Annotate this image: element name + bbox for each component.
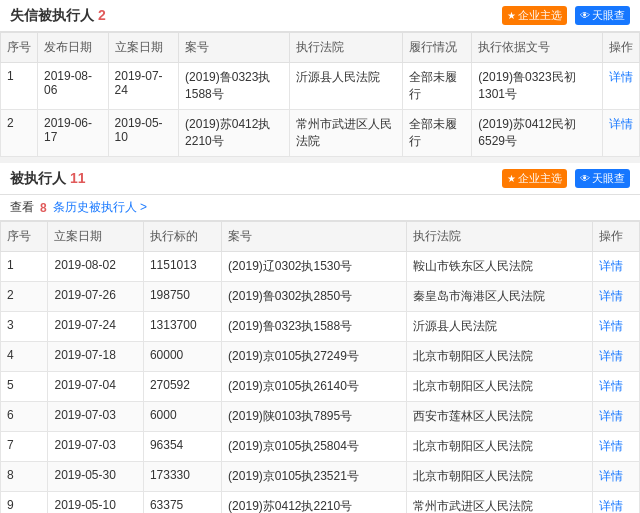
cell-case-no: (2019)辽0302执1530号: [222, 252, 406, 282]
cell-seq: 8: [1, 462, 48, 492]
cell-filing-date: 2019-08-02: [48, 252, 143, 282]
cell-court: 北京市朝阳区人民法院: [406, 372, 592, 402]
cell-court: 北京市朝阳区人民法院: [406, 342, 592, 372]
cell-amount: 270592: [143, 372, 221, 402]
cell-publish-date: 2019-08-06: [38, 63, 109, 110]
detail-link[interactable]: 详情: [599, 349, 623, 363]
qiye-badge-2[interactable]: ★ 企业主选: [502, 169, 567, 188]
detail-link[interactable]: 详情: [599, 259, 623, 273]
cell-ref-no: (2019)苏0412民初6529号: [472, 110, 603, 157]
col-status: 履行情况: [402, 33, 472, 63]
cell-action[interactable]: 详情: [602, 63, 639, 110]
col-filing-date-2: 立案日期: [48, 222, 143, 252]
table-row: 8 2019-05-30 173330 (2019)京0105执23521号 北…: [1, 462, 640, 492]
cell-action[interactable]: 详情: [592, 492, 640, 514]
cell-action[interactable]: 详情: [592, 252, 640, 282]
cell-case-no: (2019)京0105执27249号: [222, 342, 406, 372]
table-row: 2 2019-06-17 2019-05-10 (2019)苏0412执2210…: [1, 110, 640, 157]
detail-link[interactable]: 详情: [609, 70, 633, 84]
table-row: 6 2019-07-03 6000 (2019)陕0103执7895号 西安市莲…: [1, 402, 640, 432]
shixin-section: 失信被执行人2 ★ 企业主选 👁 天眼查 序号 发布日期 立案日期 案号 执行法…: [0, 0, 640, 157]
cell-filing-date: 2019-05-10: [48, 492, 143, 514]
shixin-table: 序号 发布日期 立案日期 案号 执行法院 履行情况 执行依据文号 操作 1 20…: [0, 32, 640, 157]
history-link[interactable]: 条历史被执行人 >: [53, 199, 147, 216]
cell-amount: 198750: [143, 282, 221, 312]
shixin-table-wrapper: 序号 发布日期 立案日期 案号 执行法院 履行情况 执行依据文号 操作 1 20…: [0, 32, 640, 157]
table-row: 5 2019-07-04 270592 (2019)京0105执26140号 北…: [1, 372, 640, 402]
col-amount: 执行标的: [143, 222, 221, 252]
cell-seq: 7: [1, 432, 48, 462]
col-ref-no: 执行依据文号: [472, 33, 603, 63]
cell-case-no: (2019)京0105执25804号: [222, 432, 406, 462]
col-court-1: 执行法院: [290, 33, 402, 63]
tianyan-badge-2[interactable]: 👁 天眼查: [575, 169, 630, 188]
zhixing-history-label: 查看: [10, 199, 34, 216]
detail-link[interactable]: 详情: [609, 117, 633, 131]
cell-action[interactable]: 详情: [592, 402, 640, 432]
table-row: 9 2019-05-10 63375 (2019)苏0412执2210号 常州市…: [1, 492, 640, 514]
detail-link[interactable]: 详情: [599, 409, 623, 423]
detail-link[interactable]: 详情: [599, 439, 623, 453]
zhixing-title: 被执行人11: [10, 170, 86, 188]
cell-case-no: (2019)鲁0323执1588号: [179, 63, 290, 110]
shixin-table-header-row: 序号 发布日期 立案日期 案号 执行法院 履行情况 执行依据文号 操作: [1, 33, 640, 63]
cell-seq: 6: [1, 402, 48, 432]
cell-action[interactable]: 详情: [592, 282, 640, 312]
cell-amount: 1151013: [143, 252, 221, 282]
cell-action[interactable]: 详情: [592, 432, 640, 462]
cell-action[interactable]: 详情: [592, 372, 640, 402]
cell-amount: 63375: [143, 492, 221, 514]
cell-case-no: (2019)京0105执26140号: [222, 372, 406, 402]
shixin-header: 失信被执行人2 ★ 企业主选 👁 天眼查: [0, 0, 640, 32]
tianyan-badge-1[interactable]: 👁 天眼查: [575, 6, 630, 25]
col-case-no-2: 案号: [222, 222, 406, 252]
detail-link[interactable]: 详情: [599, 289, 623, 303]
cell-action[interactable]: 详情: [592, 312, 640, 342]
cell-seq: 5: [1, 372, 48, 402]
detail-link[interactable]: 详情: [599, 379, 623, 393]
cell-filing-date: 2019-07-24: [48, 312, 143, 342]
cell-status: 全部未履行: [402, 63, 472, 110]
cell-court: 沂源县人民法院: [406, 312, 592, 342]
detail-link[interactable]: 详情: [599, 499, 623, 513]
cell-amount: 60000: [143, 342, 221, 372]
cell-filing-date: 2019-07-03: [48, 402, 143, 432]
col-seq-2: 序号: [1, 222, 48, 252]
zhixing-section: 被执行人11 ★ 企业主选 👁 天眼查 查看 8 条历史被执行人 > 序号 立案…: [0, 163, 640, 513]
cell-court: 鞍山市铁东区人民法院: [406, 252, 592, 282]
detail-link[interactable]: 详情: [599, 319, 623, 333]
cell-court: 北京市朝阳区人民法院: [406, 462, 592, 492]
cell-seq: 4: [1, 342, 48, 372]
cell-filing-date: 2019-07-18: [48, 342, 143, 372]
col-action-1: 操作: [602, 33, 639, 63]
history-count-badge: 8: [40, 201, 47, 215]
table-row: 4 2019-07-18 60000 (2019)京0105执27249号 北京…: [1, 342, 640, 372]
cell-case-no: (2019)京0105执23521号: [222, 462, 406, 492]
cell-action[interactable]: 详情: [592, 462, 640, 492]
cell-court: 常州市武进区人民法院: [406, 492, 592, 514]
cell-court: 北京市朝阳区人民法院: [406, 432, 592, 462]
cell-action[interactable]: 详情: [592, 342, 640, 372]
shixin-title: 失信被执行人2: [10, 7, 106, 25]
col-case-no-1: 案号: [179, 33, 290, 63]
col-action-2: 操作: [592, 222, 640, 252]
zhixing-header-right: ★ 企业主选 👁 天眼查: [502, 169, 630, 188]
cell-publish-date: 2019-06-17: [38, 110, 109, 157]
zhixing-table-header-row: 序号 立案日期 执行标的 案号 执行法院 操作: [1, 222, 640, 252]
cell-court: 沂源县人民法院: [290, 63, 402, 110]
detail-link[interactable]: 详情: [599, 469, 623, 483]
col-publish-date: 发布日期: [38, 33, 109, 63]
col-seq-1: 序号: [1, 33, 38, 63]
qiye-badge-1[interactable]: ★ 企业主选: [502, 6, 567, 25]
cell-filing-date: 2019-05-30: [48, 462, 143, 492]
table-row: 3 2019-07-24 1313700 (2019)鲁0323执1588号 沂…: [1, 312, 640, 342]
cell-seq: 1: [1, 252, 48, 282]
cell-action[interactable]: 详情: [602, 110, 639, 157]
cell-seq: 3: [1, 312, 48, 342]
cell-court: 秦皇岛市海港区人民法院: [406, 282, 592, 312]
cell-case-no: (2019)苏0412执2210号: [179, 110, 290, 157]
cell-amount: 6000: [143, 402, 221, 432]
cell-case-no: (2019)鲁0323执1588号: [222, 312, 406, 342]
cell-seq: 9: [1, 492, 48, 514]
cell-filing-date: 2019-05-10: [108, 110, 179, 157]
